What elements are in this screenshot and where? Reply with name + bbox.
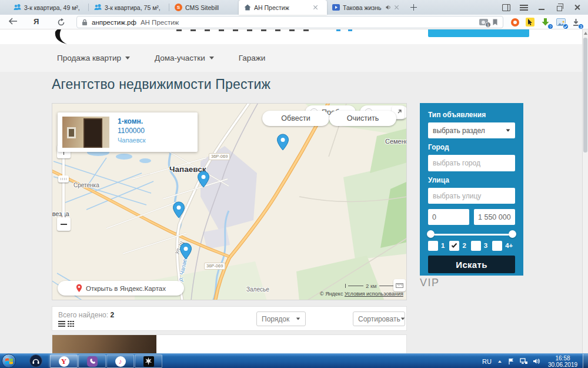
downloads-button[interactable]: 3 bbox=[571, 17, 581, 27]
page-scrollbar[interactable] bbox=[582, 29, 588, 353]
search-button[interactable]: Искать bbox=[428, 256, 515, 273]
outline-label: Обвести bbox=[281, 114, 310, 122]
taskbar-clock[interactable]: 16:58 30.06.2019 bbox=[546, 355, 579, 368]
map-marker[interactable] bbox=[276, 134, 289, 151]
map-outline-button[interactable]: Обвести bbox=[262, 111, 329, 126]
passwords-icon[interactable]: 1 bbox=[479, 19, 488, 25]
clipped-phone-icon bbox=[348, 29, 352, 31]
ruler-icon bbox=[396, 283, 403, 288]
start-button[interactable] bbox=[2, 354, 16, 368]
close-window-button[interactable] bbox=[569, 0, 584, 15]
scale-tick bbox=[345, 284, 346, 288]
map-marker[interactable] bbox=[172, 201, 185, 218]
listing-rooms[interactable]: 1-комн. bbox=[118, 117, 146, 126]
price-max-input[interactable] bbox=[474, 209, 515, 225]
extension-picture-icon[interactable] bbox=[556, 17, 566, 27]
map-marker[interactable] bbox=[197, 171, 210, 188]
rooms-2-checkbox[interactable] bbox=[449, 241, 459, 251]
rooms-3-checkbox[interactable] bbox=[471, 241, 481, 251]
tab-apartment-49[interactable]: 3-к квартира, 49 м², 2/5 эт bbox=[8, 0, 88, 15]
header-action-button[interactable] bbox=[428, 29, 529, 37]
browser-toolbar: Я анпрестиж.рф АН Престиж 1 ? 3 bbox=[0, 15, 588, 29]
address-bar[interactable]: анпрестиж.рф АН Престиж 1 bbox=[76, 16, 503, 28]
tab-an-prestizh-active[interactable]: АН Престиж bbox=[239, 0, 327, 15]
extension-cursor-icon[interactable] bbox=[525, 17, 535, 27]
minimize-button[interactable] bbox=[534, 0, 549, 15]
list-view-icon[interactable] bbox=[58, 321, 65, 327]
city-input[interactable] bbox=[428, 155, 515, 171]
hidden-icons-arrow[interactable] bbox=[498, 360, 502, 363]
side-panel-button[interactable] bbox=[499, 0, 514, 15]
close-icon[interactable] bbox=[313, 5, 318, 10]
language-indicator[interactable]: RU bbox=[482, 358, 492, 365]
browser-tabbar: 3-к квартира, 49 м², 2/5 эт 3-к квартира… bbox=[0, 0, 588, 15]
bookmark-flag-icon[interactable] bbox=[492, 19, 498, 26]
tab-audio-icon[interactable] bbox=[386, 5, 391, 10]
group-icon bbox=[14, 4, 21, 11]
open-maps-label: Открыть в Яндекс.Картах bbox=[86, 285, 166, 292]
extension-savefrom-icon[interactable]: ? bbox=[540, 17, 550, 27]
taskbar-itunes[interactable]: ♪ bbox=[106, 354, 134, 368]
nav-houses-plots[interactable]: Дома-участки bbox=[155, 54, 214, 62]
site-logo[interactable] bbox=[50, 29, 71, 45]
extension-ring-icon[interactable] bbox=[510, 17, 520, 27]
volume-tray-icon[interactable] bbox=[533, 358, 540, 364]
street-input[interactable] bbox=[428, 188, 515, 204]
order-select[interactable]: Порядок bbox=[256, 311, 306, 326]
picture-check-badge bbox=[563, 24, 569, 29]
type-select[interactable]: выбрать раздел bbox=[428, 122, 515, 138]
listing-card-photo bbox=[52, 335, 156, 353]
open-yandex-maps-button[interactable]: Открыть в Яндекс.Картах bbox=[58, 281, 184, 296]
zoom-slider-handle[interactable] bbox=[58, 175, 69, 183]
yandex-map[interactable]: Чапаевск Сретенка Звезда Семеновка Залес… bbox=[52, 103, 407, 300]
yandex-home-button[interactable]: Я bbox=[34, 17, 39, 26]
restore-icon bbox=[557, 6, 562, 11]
close-icon[interactable] bbox=[394, 5, 399, 10]
network-tray-icon[interactable] bbox=[520, 358, 527, 364]
terms-link[interactable]: Условия использования bbox=[345, 291, 403, 297]
back-icon[interactable] bbox=[8, 18, 18, 25]
type-value: выбрать раздел bbox=[433, 127, 485, 135]
grid-view-icon[interactable] bbox=[68, 321, 74, 327]
reload-icon[interactable] bbox=[57, 18, 65, 26]
map-marker[interactable] bbox=[179, 243, 192, 260]
windows-taskbar: Y ♪ RU 16:58 30.06.2019 bbox=[0, 353, 588, 368]
house-icon bbox=[244, 4, 251, 11]
map-listing-popup[interactable]: 1-комн. 1100000 Чапаевск bbox=[58, 112, 198, 152]
taskbar-yandex-browser[interactable]: Y bbox=[50, 354, 78, 368]
map-clear-button[interactable]: Очистить bbox=[329, 111, 396, 126]
scroll-up-icon[interactable] bbox=[584, 32, 587, 35]
price-slider[interactable] bbox=[428, 231, 515, 238]
map-ruler-button[interactable] bbox=[393, 279, 406, 291]
taskbar-viber[interactable] bbox=[78, 354, 106, 368]
browser-menu-button[interactable] bbox=[516, 0, 532, 15]
tab-cms-sitebill[interactable]: S CMS Sitebill bbox=[169, 0, 239, 15]
nav-sale-apartments[interactable]: Продажа квартир bbox=[57, 54, 130, 62]
slider-handle-min[interactable] bbox=[427, 230, 435, 238]
headset-app-button[interactable] bbox=[28, 354, 44, 368]
yellow-cursor-icon bbox=[526, 18, 534, 26]
scrollbar-thumb[interactable] bbox=[583, 38, 587, 152]
minus-icon bbox=[61, 224, 67, 225]
clock-time: 16:58 bbox=[546, 355, 579, 362]
new-tab-button[interactable] bbox=[405, 0, 423, 15]
show-desktop-button[interactable] bbox=[583, 354, 588, 368]
restore-button[interactable] bbox=[552, 0, 567, 15]
slider-handle-max[interactable] bbox=[509, 230, 516, 238]
site-nav: Продажа квартир Дома-участки Гаражи bbox=[0, 44, 588, 72]
zoom-slider-track bbox=[62, 158, 65, 217]
sort-select[interactable]: Сортировать bbox=[353, 311, 405, 326]
site-url: анпрестиж.рф bbox=[92, 19, 136, 26]
network-icon bbox=[520, 358, 527, 364]
price-min-input[interactable] bbox=[428, 209, 469, 225]
action-center-flag[interactable] bbox=[508, 358, 514, 365]
rooms-1-checkbox[interactable] bbox=[428, 241, 438, 251]
nav-garages[interactable]: Гаражи bbox=[239, 54, 266, 62]
tab-apartment-75[interactable]: 3-к квартира, 75 м², 2/3 эт bbox=[89, 0, 169, 15]
tab-video[interactable]: Такова жизнь - Усп bbox=[327, 0, 405, 15]
map-zoom-out-button[interactable] bbox=[57, 217, 71, 231]
taskbar-witcher[interactable] bbox=[135, 354, 162, 368]
listing-card-partial[interactable] bbox=[52, 334, 407, 353]
flag-icon bbox=[508, 358, 514, 365]
rooms-4plus-checkbox[interactable] bbox=[492, 241, 502, 251]
